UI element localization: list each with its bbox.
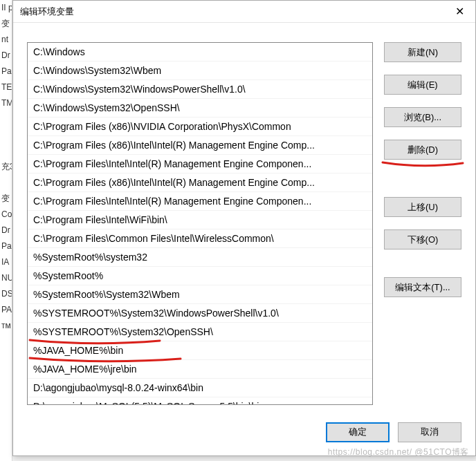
list-item[interactable]: C:\Windows\System32\WindowsPowerShell\v1…: [28, 80, 372, 99]
list-item[interactable]: %SystemRoot%\system32: [28, 248, 372, 267]
list-item[interactable]: %JAVA_HOME%\bin: [28, 341, 372, 360]
list-item[interactable]: D:\agongjubao\MySQL(5.5)\MySQL Server 5.…: [28, 397, 372, 405]
list-item[interactable]: %SystemRoot%: [28, 267, 372, 285]
new-button[interactable]: 新建(N): [384, 42, 461, 62]
list-item[interactable]: %SystemRoot%\System32\Wbem: [28, 285, 372, 304]
edit-button[interactable]: 编辑(E): [384, 75, 461, 95]
button-column: 新建(N) 编辑(E) 浏览(B)... 删除(D) 上移(U) 下移(O) 编…: [384, 42, 461, 408]
move-up-button[interactable]: 上移(U): [384, 197, 461, 217]
annotation-underline-delete: [381, 160, 459, 170]
list-item[interactable]: C:\Program Files\Common Files\Intel\Wire…: [28, 229, 372, 248]
list-item[interactable]: C:\Windows\System32\Wbem: [28, 62, 372, 80]
list-item[interactable]: %JAVA_HOME%\jre\bin: [28, 360, 372, 379]
browse-button[interactable]: 浏览(B)...: [384, 107, 461, 127]
edit-env-var-dialog: 编辑环境变量 ✕ C:\Windows C:\Windows\System32\…: [12, 0, 476, 456]
close-icon: ✕: [455, 5, 464, 18]
ok-button[interactable]: 确定: [326, 422, 390, 442]
list-item[interactable]: C:\Program Files (x86)\Intel\Intel(R) Ma…: [28, 173, 372, 192]
list-item[interactable]: C:\Program Files\Intel\Intel(R) Manageme…: [28, 192, 372, 211]
list-item[interactable]: C:\Windows: [28, 43, 372, 62]
list-item[interactable]: %SYSTEMROOT%\System32\WindowsPowerShell\…: [28, 304, 372, 323]
background-strip: II p变nt DrPaTE TM 充3 变CoDr PaIANU DSPAтм: [0, 0, 12, 461]
titlebar: 编辑环境变量 ✕: [13, 1, 475, 23]
list-item[interactable]: C:\Program Files\Intel\Intel(R) Manageme…: [28, 155, 372, 173]
path-listbox[interactable]: C:\Windows C:\Windows\System32\Wbem C:\W…: [27, 42, 373, 405]
delete-button[interactable]: 删除(D): [384, 140, 461, 160]
close-button[interactable]: ✕: [443, 1, 475, 23]
list-item[interactable]: C:\Program Files (x86)\Intel\Intel(R) Ma…: [28, 136, 372, 155]
dialog-title: 编辑环境变量: [20, 6, 74, 18]
list-item[interactable]: %SYSTEMROOT%\System32\OpenSSH\: [28, 323, 372, 341]
move-down-button[interactable]: 下移(O): [384, 229, 461, 250]
list-item[interactable]: D:\agongjubao\mysql-8.0.24-winx64\bin: [28, 379, 372, 397]
dialog-content: C:\Windows C:\Windows\System32\Wbem C:\W…: [13, 23, 475, 415]
edit-text-button[interactable]: 编辑文本(T)...: [384, 277, 461, 297]
list-item[interactable]: C:\Program Files (x86)\NVIDIA Corporatio…: [28, 117, 372, 136]
list-item[interactable]: C:\Program Files\Intel\WiFi\bin\: [28, 211, 372, 229]
watermark: https://blog.csdn.net/ @51CTO博客: [328, 446, 469, 458]
list-item[interactable]: C:\Windows\System32\OpenSSH\: [28, 99, 372, 117]
list-wrap: C:\Windows C:\Windows\System32\Wbem C:\W…: [27, 42, 373, 408]
cancel-button[interactable]: 取消: [398, 422, 461, 442]
